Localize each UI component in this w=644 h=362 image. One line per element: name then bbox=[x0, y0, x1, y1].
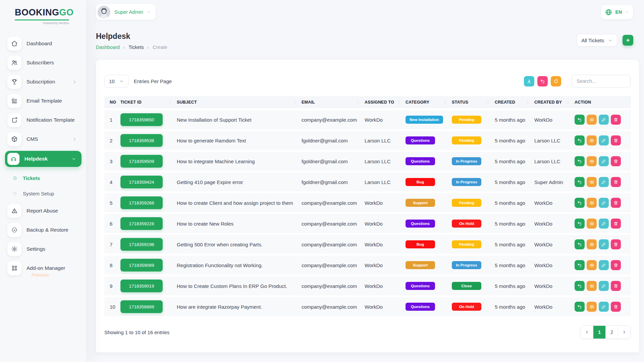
delete-button[interactable] bbox=[611, 177, 621, 187]
view-button[interactable] bbox=[587, 156, 597, 166]
view-button[interactable] bbox=[587, 239, 597, 249]
page-button-2[interactable]: 2 bbox=[605, 326, 618, 339]
sidebar-item-label: Report Abuse bbox=[26, 208, 58, 214]
reply-button[interactable] bbox=[575, 219, 585, 229]
reply-button[interactable] bbox=[575, 156, 585, 166]
search-input[interactable] bbox=[572, 75, 631, 87]
ticket-id-badge[interactable]: 1718359650 bbox=[120, 113, 163, 126]
language-selector[interactable]: EN bbox=[601, 5, 633, 19]
ticket-filter-select[interactable]: All Tickets bbox=[577, 34, 617, 47]
edit-button[interactable] bbox=[599, 156, 609, 166]
cell-no: 8 bbox=[104, 256, 120, 277]
view-button[interactable] bbox=[587, 115, 597, 125]
chevron-right-icon bbox=[622, 330, 626, 334]
ticket-id-badge[interactable]: 1718359019 bbox=[120, 280, 163, 292]
delete-button[interactable] bbox=[611, 219, 621, 229]
sort-icon[interactable] bbox=[397, 101, 403, 104]
cell-email: fgoldner@gmail.com bbox=[302, 131, 365, 152]
ticket-id-badge[interactable]: 1718359228 bbox=[120, 217, 163, 230]
home-icon bbox=[7, 37, 21, 51]
eye-icon bbox=[589, 159, 594, 164]
ticket-id-badge[interactable]: 1718358889 bbox=[120, 300, 163, 313]
sort-icon[interactable] bbox=[443, 101, 449, 104]
sort-icon[interactable] bbox=[168, 101, 174, 104]
delete-button[interactable] bbox=[611, 239, 621, 249]
sidebar-subitem-system-setup[interactable]: System Setup bbox=[5, 187, 86, 200]
ticket-id-badge[interactable]: 1718359509 bbox=[120, 155, 163, 168]
delete-button[interactable] bbox=[611, 135, 621, 145]
view-button[interactable] bbox=[587, 260, 597, 270]
edit-button[interactable] bbox=[599, 219, 609, 229]
view-button[interactable] bbox=[587, 135, 597, 145]
sidebar-item-addon-manager[interactable]: Add-on Manager bbox=[5, 261, 82, 276]
view-button[interactable] bbox=[587, 302, 597, 312]
sidebar-item-label: CMS bbox=[26, 136, 38, 142]
delete-button[interactable] bbox=[611, 302, 621, 312]
sort-icon[interactable] bbox=[566, 101, 572, 104]
sidebar-item-backup-restore[interactable]: Backup & Restore bbox=[5, 223, 82, 237]
sidebar-item-subscribers[interactable]: Subscribers bbox=[5, 55, 82, 70]
sidebar-item-notification-template[interactable]: Notification Template bbox=[5, 113, 82, 127]
ticket-id-badge[interactable]: 1718359268 bbox=[120, 196, 163, 209]
reply-button[interactable] bbox=[575, 135, 585, 145]
view-button[interactable] bbox=[587, 177, 597, 187]
edit-button[interactable] bbox=[599, 281, 609, 291]
sort-icon[interactable] bbox=[293, 101, 299, 104]
ticket-id-badge[interactable]: 1718359196 bbox=[120, 238, 163, 251]
reply-button[interactable] bbox=[575, 281, 585, 291]
reply-button[interactable] bbox=[575, 198, 585, 208]
next-page-button[interactable] bbox=[618, 326, 630, 339]
refresh-button[interactable] bbox=[551, 76, 561, 86]
view-button[interactable] bbox=[587, 219, 597, 229]
view-button[interactable] bbox=[587, 281, 597, 291]
cell-created-by: Larson LLC bbox=[534, 152, 575, 173]
ticket-id-badge[interactable]: 1718359538 bbox=[120, 134, 163, 147]
sidebar-item-cms[interactable]: CMS bbox=[5, 132, 82, 146]
export-button[interactable] bbox=[524, 76, 534, 86]
breadcrumb-tickets[interactable]: Tickets bbox=[128, 45, 144, 50]
delete-button[interactable] bbox=[611, 115, 621, 125]
sidebar-item-email-template[interactable]: Email Template bbox=[5, 94, 82, 108]
edit-button[interactable] bbox=[599, 302, 609, 312]
edit-button[interactable] bbox=[599, 260, 609, 270]
edit-button[interactable] bbox=[599, 135, 609, 145]
page-button-1[interactable]: 1 bbox=[593, 326, 605, 339]
prev-page-button[interactable] bbox=[581, 326, 593, 339]
delete-button[interactable] bbox=[611, 156, 621, 166]
reply-button[interactable] bbox=[575, 260, 585, 270]
entries-per-page-select[interactable]: 10 bbox=[104, 75, 128, 87]
ticket-id-badge[interactable]: 1718359089 bbox=[120, 259, 163, 272]
reset-button[interactable] bbox=[537, 76, 548, 86]
reply-button[interactable] bbox=[575, 115, 585, 125]
reply-button[interactable] bbox=[575, 177, 585, 187]
pencil-icon bbox=[601, 242, 606, 247]
edit-button[interactable] bbox=[599, 115, 609, 125]
sidebar-item-dashboard[interactable]: Dashboard bbox=[5, 36, 82, 51]
breadcrumb-dashboard[interactable]: Dashboard bbox=[96, 45, 120, 50]
edit-button[interactable] bbox=[599, 239, 609, 249]
sidebar-item-report-abuse[interactable]: Report Abuse bbox=[5, 203, 82, 218]
table-row: 10 1718358889 How are integrate Razorpay… bbox=[104, 297, 631, 318]
sort-icon[interactable] bbox=[356, 101, 362, 104]
delete-button[interactable] bbox=[611, 281, 621, 291]
view-button[interactable] bbox=[587, 198, 597, 208]
user-menu[interactable]: Super Admin bbox=[96, 4, 156, 20]
sidebar-subitem-tickets[interactable]: Tickets bbox=[5, 171, 86, 185]
sidebar-item-helpdesk[interactable]: Helpdesk bbox=[5, 151, 82, 167]
sidebar-item-settings[interactable]: Settings bbox=[5, 242, 82, 256]
add-ticket-button[interactable]: + bbox=[623, 35, 633, 46]
edit-button[interactable] bbox=[599, 177, 609, 187]
edit-button[interactable] bbox=[599, 198, 609, 208]
reply-button[interactable] bbox=[575, 302, 585, 312]
eye-icon bbox=[589, 263, 594, 268]
sort-icon[interactable] bbox=[526, 101, 532, 104]
sort-icon[interactable] bbox=[486, 101, 492, 104]
sidebar-item-subscription[interactable]: Subscription bbox=[5, 74, 82, 89]
cell-actions bbox=[575, 152, 631, 173]
delete-button[interactable] bbox=[611, 260, 621, 270]
delete-button[interactable] bbox=[611, 198, 621, 208]
cell-actions bbox=[575, 131, 631, 152]
ticket-id-badge[interactable]: 1718359424 bbox=[120, 176, 163, 188]
reply-button[interactable] bbox=[575, 239, 585, 249]
brand-logo[interactable]: BOOKINGGO Powered by WorkDo bbox=[0, 6, 86, 25]
